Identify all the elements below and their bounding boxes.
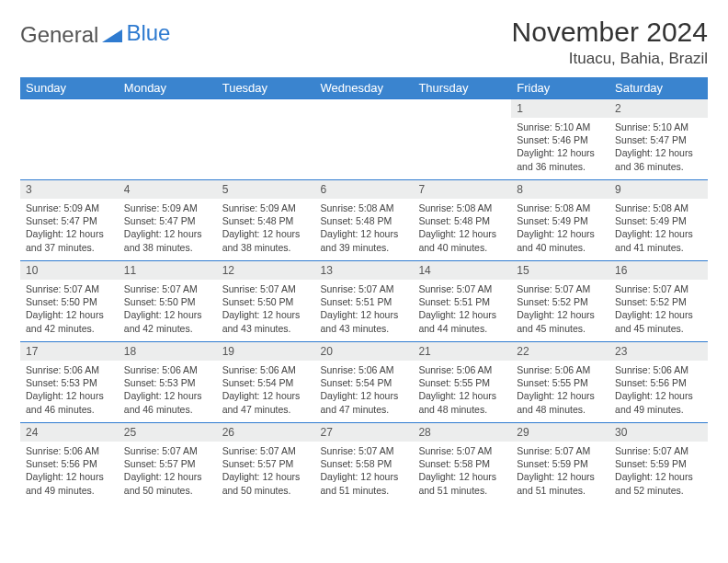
calendar-cell [20, 99, 119, 180]
sunrise-line: Sunrise: 5:07 AM [321, 444, 408, 457]
day-number: 24 [20, 423, 119, 442]
sunset-line: Sunset: 5:48 PM [321, 214, 408, 227]
calendar-cell: 27Sunrise: 5:07 AMSunset: 5:58 PMDayligh… [315, 423, 414, 504]
daylight-line: Daylight: 12 hours and 43 minutes. [222, 308, 310, 334]
sunset-line: Sunset: 5:57 PM [124, 457, 211, 470]
day-body: Sunrise: 5:06 AMSunset: 5:56 PMDaylight:… [609, 361, 708, 419]
sunset-line: Sunset: 5:54 PM [222, 376, 310, 389]
dow-saturday: Saturday [609, 77, 708, 99]
calendar-cell [119, 99, 217, 180]
calendar-cell: 21Sunrise: 5:06 AMSunset: 5:55 PMDayligh… [413, 342, 511, 423]
day-number: 23 [609, 342, 708, 361]
day-number: 9 [609, 180, 708, 199]
sunset-line: Sunset: 5:56 PM [615, 376, 702, 389]
dow-wednesday: Wednesday [315, 77, 414, 99]
sunrise-line: Sunrise: 5:06 AM [124, 363, 211, 376]
day-body: Sunrise: 5:06 AMSunset: 5:53 PMDaylight:… [20, 361, 119, 419]
calendar-cell: 12Sunrise: 5:07 AMSunset: 5:50 PMDayligh… [217, 261, 315, 342]
calendar-week: 1Sunrise: 5:10 AMSunset: 5:46 PMDaylight… [20, 99, 708, 180]
sunrise-line: Sunrise: 5:08 AM [418, 201, 506, 214]
sunrise-line: Sunrise: 5:06 AM [321, 363, 408, 376]
day-body: Sunrise: 5:08 AMSunset: 5:49 PMDaylight:… [511, 199, 609, 258]
sunrise-line: Sunrise: 5:07 AM [222, 282, 310, 295]
brand-logo: General Blue [20, 17, 170, 48]
day-body: Sunrise: 5:08 AMSunset: 5:49 PMDaylight:… [609, 199, 708, 258]
daylight-line: Daylight: 12 hours and 39 minutes. [321, 227, 408, 253]
brand-part1: General [20, 22, 98, 48]
sunrise-line: Sunrise: 5:09 AM [124, 201, 211, 214]
sunrise-line: Sunrise: 5:06 AM [26, 444, 113, 457]
svg-marker-0 [102, 29, 122, 42]
day-number: 11 [119, 261, 217, 280]
sunrise-line: Sunrise: 5:08 AM [517, 201, 604, 214]
day-number: 21 [413, 342, 511, 361]
daylight-line: Daylight: 12 hours and 47 minutes. [321, 389, 408, 415]
day-body: Sunrise: 5:07 AMSunset: 5:58 PMDaylight:… [315, 442, 414, 500]
day-body: Sunrise: 5:07 AMSunset: 5:57 PMDaylight:… [217, 442, 315, 500]
day-number: 17 [20, 342, 119, 361]
daylight-line: Daylight: 12 hours and 46 minutes. [26, 389, 113, 415]
sunrise-line: Sunrise: 5:07 AM [124, 444, 211, 457]
calendar-cell: 3Sunrise: 5:09 AMSunset: 5:47 PMDaylight… [20, 180, 119, 261]
sunset-line: Sunset: 5:47 PM [26, 214, 113, 227]
calendar-cell: 15Sunrise: 5:07 AMSunset: 5:52 PMDayligh… [511, 261, 609, 342]
day-body: Sunrise: 5:07 AMSunset: 5:59 PMDaylight:… [511, 442, 609, 500]
sunrise-line: Sunrise: 5:06 AM [222, 363, 310, 376]
sunrise-line: Sunrise: 5:07 AM [222, 444, 310, 457]
day-body: Sunrise: 5:06 AMSunset: 5:55 PMDaylight:… [511, 361, 609, 419]
day-number: 26 [217, 423, 315, 442]
day-body: Sunrise: 5:07 AMSunset: 5:50 PMDaylight:… [217, 280, 315, 339]
day-body: Sunrise: 5:06 AMSunset: 5:54 PMDaylight:… [315, 361, 414, 419]
logo-triangle-icon [102, 22, 122, 48]
day-body: Sunrise: 5:08 AMSunset: 5:48 PMDaylight:… [315, 199, 414, 258]
sunset-line: Sunset: 5:50 PM [26, 295, 113, 308]
daylight-line: Daylight: 12 hours and 38 minutes. [124, 227, 211, 253]
calendar-cell: 25Sunrise: 5:07 AMSunset: 5:57 PMDayligh… [119, 423, 217, 504]
sunrise-line: Sunrise: 5:07 AM [615, 282, 702, 295]
day-number: 8 [511, 180, 609, 199]
daylight-line: Daylight: 12 hours and 42 minutes. [26, 308, 113, 334]
sunset-line: Sunset: 5:51 PM [418, 295, 506, 308]
day-body: Sunrise: 5:06 AMSunset: 5:55 PMDaylight:… [413, 361, 511, 419]
calendar-week: 17Sunrise: 5:06 AMSunset: 5:53 PMDayligh… [20, 342, 708, 423]
sunset-line: Sunset: 5:49 PM [615, 214, 702, 227]
daylight-line: Daylight: 12 hours and 37 minutes. [26, 227, 113, 253]
day-number: 1 [511, 99, 609, 118]
day-number: 27 [315, 423, 414, 442]
sunrise-line: Sunrise: 5:07 AM [418, 282, 506, 295]
daylight-line: Daylight: 12 hours and 47 minutes. [222, 389, 310, 415]
sunset-line: Sunset: 5:59 PM [517, 457, 604, 470]
month-title: November 2024 [512, 17, 708, 48]
sunset-line: Sunset: 5:48 PM [222, 214, 310, 227]
sunrise-line: Sunrise: 5:07 AM [517, 282, 604, 295]
calendar-cell: 5Sunrise: 5:09 AMSunset: 5:48 PMDaylight… [217, 180, 315, 261]
calendar-grid: Sunday Monday Tuesday Wednesday Thursday… [20, 77, 708, 504]
sunrise-line: Sunrise: 5:08 AM [321, 201, 408, 214]
daylight-line: Daylight: 12 hours and 50 minutes. [124, 470, 211, 496]
day-body: Sunrise: 5:07 AMSunset: 5:52 PMDaylight:… [609, 280, 708, 339]
day-body: Sunrise: 5:10 AMSunset: 5:47 PMDaylight:… [609, 118, 708, 177]
sunrise-line: Sunrise: 5:09 AM [222, 201, 310, 214]
day-number: 7 [413, 180, 511, 199]
daylight-line: Daylight: 12 hours and 42 minutes. [124, 308, 211, 334]
day-body: Sunrise: 5:07 AMSunset: 5:59 PMDaylight:… [609, 442, 708, 500]
sunrise-line: Sunrise: 5:07 AM [321, 282, 408, 295]
dow-tuesday: Tuesday [217, 77, 315, 99]
day-number: 13 [315, 261, 414, 280]
sunrise-line: Sunrise: 5:10 AM [517, 121, 604, 133]
day-number: 2 [609, 99, 708, 118]
daylight-line: Daylight: 12 hours and 40 minutes. [418, 227, 506, 253]
calendar-week: 24Sunrise: 5:06 AMSunset: 5:56 PMDayligh… [20, 423, 708, 504]
sunrise-line: Sunrise: 5:07 AM [26, 282, 113, 295]
daylight-line: Daylight: 12 hours and 45 minutes. [615, 308, 702, 334]
calendar-cell: 10Sunrise: 5:07 AMSunset: 5:50 PMDayligh… [20, 261, 119, 342]
sunset-line: Sunset: 5:52 PM [517, 295, 604, 308]
sunrise-line: Sunrise: 5:08 AM [615, 201, 702, 214]
day-body: Sunrise: 5:07 AMSunset: 5:50 PMDaylight:… [119, 280, 217, 339]
day-number: 4 [119, 180, 217, 199]
sunset-line: Sunset: 5:55 PM [517, 376, 604, 389]
sunset-line: Sunset: 5:55 PM [418, 376, 506, 389]
daylight-line: Daylight: 12 hours and 50 minutes. [222, 470, 310, 496]
day-body: Sunrise: 5:07 AMSunset: 5:58 PMDaylight:… [413, 442, 511, 500]
calendar-cell: 9Sunrise: 5:08 AMSunset: 5:49 PMDaylight… [609, 180, 708, 261]
